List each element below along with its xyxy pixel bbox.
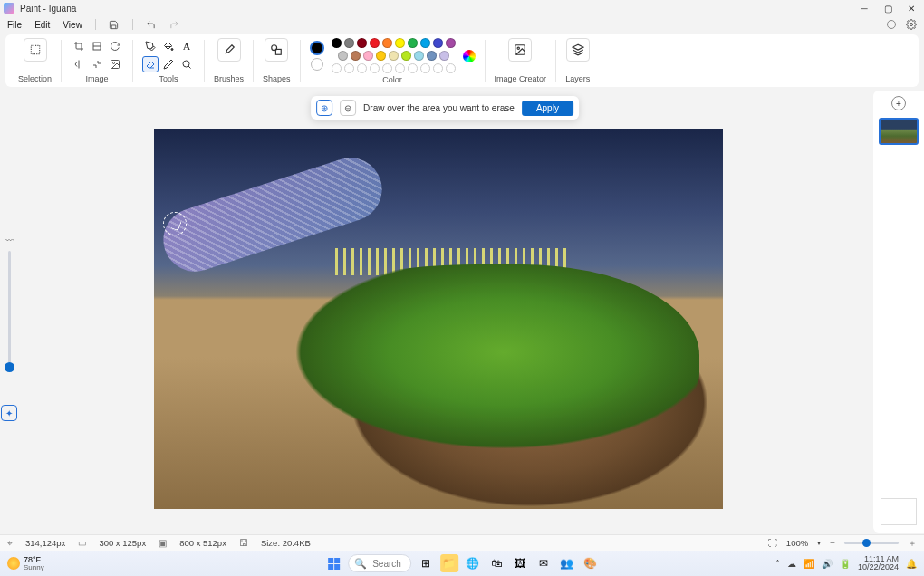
tray-chevron-icon[interactable]: ˄ <box>775 559 780 569</box>
eyedropper-icon[interactable] <box>160 56 177 72</box>
separator <box>132 19 133 30</box>
custom-color-slot[interactable] <box>420 63 430 73</box>
explorer-icon[interactable]: 📁 <box>440 554 458 572</box>
select-tool[interactable] <box>24 38 47 62</box>
svg-point-7 <box>183 61 189 67</box>
svg-rect-2 <box>31 45 39 53</box>
canvas-wrap: ⊕ ⊖ Draw over the area you want to erase… <box>18 89 871 534</box>
minimize-button[interactable]: ─ <box>859 4 870 14</box>
zoom-dropdown-icon[interactable]: ▾ <box>817 539 821 547</box>
task-view-icon[interactable]: ⊞ <box>417 554 435 572</box>
color-swatch[interactable] <box>332 38 342 48</box>
custom-color-slot[interactable] <box>344 63 354 73</box>
brush-tool[interactable] <box>217 38 241 62</box>
group-label: Image Creator <box>495 74 547 83</box>
color-swatch[interactable] <box>344 38 354 48</box>
battery-icon[interactable]: 🔋 <box>840 559 851 569</box>
custom-color-slot[interactable] <box>382 63 392 73</box>
canvas[interactable] <box>154 129 723 509</box>
fill-icon[interactable] <box>160 38 177 54</box>
pencil-icon[interactable] <box>142 38 159 54</box>
color-swatch[interactable] <box>382 38 392 48</box>
onedrive-icon[interactable]: ☁ <box>787 559 796 569</box>
clock[interactable]: 11:11 AM 10/22/2024 <box>858 555 899 571</box>
taskbar-search[interactable]: 🔍 Search <box>348 554 411 572</box>
notifications-icon[interactable]: 🔔 <box>906 559 917 569</box>
fit-screen-icon[interactable]: ⛶ <box>768 538 777 548</box>
color-swatch[interactable] <box>338 51 348 61</box>
color-swatch[interactable] <box>376 51 386 61</box>
color-swatch[interactable] <box>351 51 361 61</box>
shapes-tool[interactable] <box>265 38 288 62</box>
remove-bg-icon[interactable] <box>107 56 123 72</box>
invert-icon[interactable] <box>89 56 105 72</box>
color-swatch[interactable] <box>363 51 373 61</box>
color-swatch[interactable] <box>427 51 437 61</box>
weather-widget[interactable]: 78°F Sunny <box>7 556 44 571</box>
wifi-icon[interactable]: 📶 <box>804 559 814 569</box>
color-swatch[interactable] <box>420 38 430 48</box>
close-button[interactable]: ✕ <box>906 4 917 14</box>
zoom-slider[interactable] <box>844 542 899 544</box>
store-icon[interactable]: 🛍 <box>487 554 505 572</box>
color-swatch[interactable] <box>414 51 424 61</box>
edge-icon[interactable]: 🌐 <box>464 554 482 572</box>
photos-icon[interactable]: 🖼 <box>511 554 529 572</box>
iguana-image <box>210 264 699 464</box>
color-swatch[interactable] <box>395 38 405 48</box>
custom-color-slot[interactable] <box>357 63 367 73</box>
custom-color-slot[interactable] <box>433 63 443 73</box>
layer-thumbnail[interactable] <box>879 118 919 145</box>
undo-icon[interactable] <box>146 19 157 30</box>
eraser-icon[interactable] <box>142 56 159 72</box>
text-icon[interactable]: A <box>178 38 195 54</box>
settings-gear-icon[interactable] <box>906 19 917 30</box>
volume-icon[interactable]: 🔊 <box>822 559 833 569</box>
color-swatch[interactable] <box>439 51 449 61</box>
background-layer-thumbnail[interactable] <box>881 498 917 525</box>
start-button[interactable] <box>324 554 342 572</box>
custom-color-slot[interactable] <box>395 63 405 73</box>
color-swatch[interactable] <box>446 38 456 48</box>
flip-icon[interactable] <box>71 56 87 72</box>
color-swatch[interactable] <box>357 38 367 48</box>
custom-color-slot[interactable] <box>446 63 456 73</box>
brush-subtract-mode[interactable]: ⊖ <box>340 100 356 116</box>
zoom-in-icon[interactable]: ＋ <box>908 537 917 550</box>
layers-button[interactable] <box>566 38 590 62</box>
custom-color-slot[interactable] <box>370 63 380 73</box>
secondary-color[interactable] <box>311 58 323 71</box>
paint-taskbar-icon[interactable]: 🎨 <box>582 554 600 572</box>
redo-icon[interactable] <box>169 19 180 30</box>
rotate-icon[interactable] <box>107 38 123 54</box>
image-creator-button[interactable] <box>508 38 532 62</box>
color-swatch[interactable] <box>433 38 443 48</box>
add-layer-button[interactable]: + <box>891 96 906 110</box>
color-swatch[interactable] <box>401 51 411 61</box>
menu-file[interactable]: File <box>7 20 22 30</box>
menu-edit[interactable]: Edit <box>34 20 50 30</box>
brush-size-rail: 〰 ✦ <box>0 89 18 534</box>
brush-size-slider[interactable] <box>8 251 11 369</box>
primary-color[interactable] <box>310 41 324 55</box>
save-icon[interactable] <box>109 19 120 30</box>
copilot-icon[interactable] <box>886 19 897 30</box>
crop-icon[interactable] <box>71 38 87 54</box>
edit-colors-icon[interactable] <box>463 50 476 62</box>
custom-color-slot[interactable] <box>408 63 418 73</box>
color-swatch[interactable] <box>370 38 380 48</box>
zoom-out-icon[interactable]: − <box>830 538 835 548</box>
brush-add-mode[interactable]: ⊕ <box>316 100 332 116</box>
generative-erase-button[interactable]: ✦ <box>1 405 17 421</box>
separator <box>95 19 96 30</box>
custom-color-slot[interactable] <box>332 63 342 73</box>
maximize-button[interactable]: ▢ <box>882 4 893 14</box>
menu-view[interactable]: View <box>63 20 82 30</box>
mail-icon[interactable]: ✉ <box>534 554 553 572</box>
magnifier-icon[interactable] <box>178 56 195 72</box>
color-swatch[interactable] <box>389 51 399 61</box>
apply-button[interactable]: Apply <box>522 101 573 116</box>
color-swatch[interactable] <box>408 38 418 48</box>
teams-icon[interactable]: 👥 <box>558 554 576 572</box>
resize-icon[interactable] <box>89 38 105 54</box>
